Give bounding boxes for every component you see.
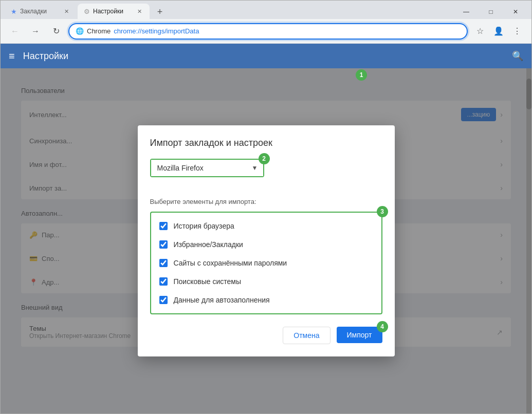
window-controls: — □ ✕	[454, 4, 527, 19]
title-bar: ★ Закладки ✕ ⚙ Настройки ✕ + — □ ✕	[1, 1, 531, 19]
step-badge-3: 3	[377, 206, 388, 217]
hamburger-menu[interactable]: ≡	[9, 50, 15, 62]
search-button[interactable]: 🔍	[512, 50, 523, 62]
menu-button[interactable]: ⋮	[509, 23, 525, 40]
tab-settings-label: Настройки	[93, 8, 123, 15]
step-badge-1: 1	[356, 69, 367, 81]
checkbox-search: Поисковые системы	[151, 272, 381, 291]
checkbox-autofill: Данные для автозаполнения	[151, 291, 381, 309]
address-bar[interactable]: 🌐 Chrome chrome://settings/importData	[68, 23, 468, 40]
minimize-button[interactable]: —	[454, 5, 478, 19]
bookmark-button[interactable]: ☆	[472, 23, 488, 40]
close-button[interactable]: ✕	[504, 5, 527, 19]
passwords-checkbox[interactable]	[159, 259, 168, 267]
favorites-label: Избранное/Закладки	[174, 240, 243, 249]
history-checkbox[interactable]	[159, 222, 168, 230]
app-title: Настройки	[23, 51, 504, 62]
tab-bookmarks-label: Закладки	[20, 8, 47, 15]
new-tab-button[interactable]: +	[153, 5, 167, 19]
import-button[interactable]: Импорт	[337, 327, 382, 343]
dropdown-wrapper: Mozilla Firefox Internet Explorer HTML-ф…	[150, 159, 264, 177]
checkbox-history: История браузера	[151, 217, 381, 235]
checkboxes-label: Выберите элементы для импорта:	[150, 198, 382, 205]
maximize-button[interactable]: □	[479, 5, 503, 19]
star-icon: ★	[11, 8, 17, 15]
address-url: chrome://settings/importData	[114, 27, 199, 35]
step-badge-4: 4	[377, 321, 388, 332]
browser-window: ★ Закладки ✕ ⚙ Настройки ✕ + — □ ✕ ← → ↻…	[0, 0, 532, 414]
tab-settings-close[interactable]: ✕	[135, 7, 143, 15]
app-bar: ≡ Настройки 🔍	[1, 44, 531, 68]
search-checkbox[interactable]	[159, 277, 168, 286]
checkbox-group: История браузера Избранное/Закладки Сайт…	[150, 212, 382, 314]
refresh-button[interactable]: ↻	[48, 23, 64, 40]
checkbox-favorites: Избранное/Закладки	[151, 235, 381, 254]
nav-bar: ← → ↻ 🌐 Chrome chrome://settings/importD…	[1, 19, 531, 44]
dialog-buttons: Отмена Импорт 4	[150, 327, 382, 344]
dialog-title: Импорт закладок и настроек	[150, 138, 382, 148]
globe-icon: 🌐	[76, 27, 84, 35]
new-tab-icon: +	[157, 7, 163, 17]
history-label: История браузера	[174, 222, 234, 230]
dropdown-container: Mozilla Firefox Internet Explorer HTML-ф…	[150, 159, 264, 187]
cancel-button[interactable]: Отмена	[283, 327, 330, 344]
browser-select[interactable]: Mozilla Firefox Internet Explorer HTML-ф…	[151, 160, 263, 176]
gear-icon: ⚙	[84, 8, 90, 15]
import-dialog: Импорт закладок и настроек Mozilla Firef…	[138, 125, 395, 356]
autofill-checkbox[interactable]	[159, 296, 168, 304]
nav-right: ☆ 👤 ⋮	[472, 23, 525, 40]
tab-bookmarks-close[interactable]: ✕	[62, 7, 70, 15]
import-button-wrapper: Импорт 4	[337, 327, 382, 344]
search-label: Поисковые системы	[174, 277, 241, 286]
address-prefix: Chrome	[87, 27, 111, 35]
main-content: Пользователи Интеллект... ...зацию › Син…	[1, 68, 531, 413]
back-button[interactable]: ←	[7, 23, 23, 40]
dialog-overlay: Импорт закладок и настроек Mozilla Firef…	[1, 68, 531, 413]
checkbox-passwords: Сайты с сохранёнными паролями	[151, 254, 381, 272]
checkbox-group-wrapper: История браузера Избранное/Закладки Сайт…	[150, 212, 382, 314]
forward-button[interactable]: →	[27, 23, 44, 40]
passwords-label: Сайты с сохранёнными паролями	[174, 259, 287, 267]
autofill-label: Данные для автозаполнения	[174, 296, 270, 304]
tab-settings[interactable]: ⚙ Настройки ✕	[78, 4, 150, 19]
tab-bookmarks[interactable]: ★ Закладки ✕	[5, 4, 77, 19]
favorites-checkbox[interactable]	[159, 240, 168, 249]
user-button[interactable]: 👤	[490, 23, 507, 40]
step-badge-2: 2	[259, 153, 270, 164]
